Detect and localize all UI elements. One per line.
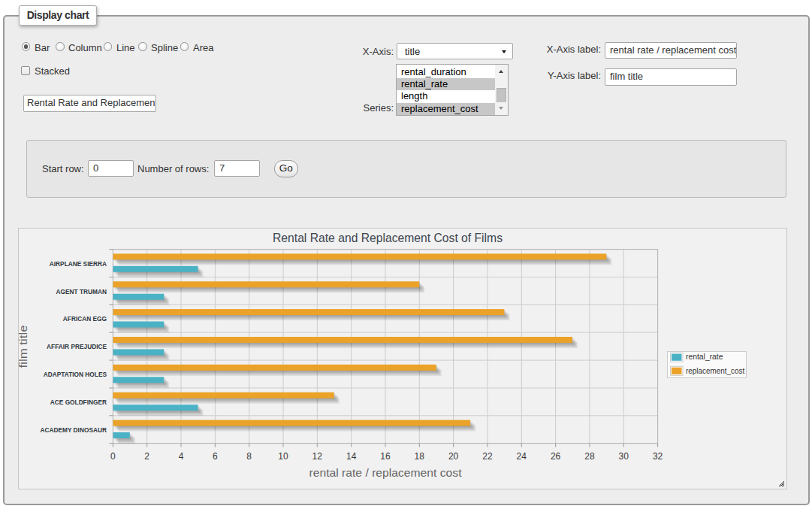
svg-text:18: 18: [415, 451, 425, 462]
svg-text:ACADEMY DINOSAUR: ACADEMY DINOSAUR: [40, 426, 107, 434]
svg-text:8: 8: [246, 451, 252, 462]
svg-text:0: 0: [110, 451, 116, 462]
svg-text:22: 22: [482, 451, 493, 462]
svg-text:ADAPTATION HOLES: ADAPTATION HOLES: [44, 370, 107, 378]
svg-text:10: 10: [278, 451, 288, 462]
svg-text:Rental Rate and Replacement Co: Rental Rate and Replacement Cost of Film…: [273, 231, 503, 245]
svg-text:16: 16: [380, 451, 391, 462]
svg-text:12: 12: [312, 451, 323, 462]
svg-text:ACE GOLDFINGER: ACE GOLDFINGER: [50, 398, 107, 406]
svg-text:32: 32: [653, 451, 663, 462]
svg-text:14: 14: [346, 451, 357, 462]
svg-text:30: 30: [619, 451, 629, 462]
svg-text:6: 6: [213, 451, 218, 462]
svg-text:rental rate / replacement cost: rental rate / replacement cost: [309, 466, 463, 479]
svg-text:AIRPLANE SIERRA: AIRPLANE SIERRA: [50, 259, 107, 268]
svg-text:rental_rate: rental_rate: [686, 352, 723, 361]
svg-text:2: 2: [144, 451, 149, 462]
svg-text:28: 28: [584, 451, 595, 462]
svg-text:4: 4: [179, 451, 184, 462]
svg-text:replacement_cost: replacement_cost: [686, 366, 744, 375]
svg-text:26: 26: [551, 451, 561, 462]
svg-text:AGENT TRUMAN: AGENT TRUMAN: [56, 287, 107, 295]
svg-text:AFRICAN EGG: AFRICAN EGG: [63, 314, 107, 323]
svg-text:24: 24: [517, 451, 527, 462]
svg-text:AFFAIR PREJUDICE: AFFAIR PREJUDICE: [47, 342, 107, 350]
svg-text:film title: film title: [18, 326, 29, 368]
svg-text:20: 20: [448, 451, 459, 462]
